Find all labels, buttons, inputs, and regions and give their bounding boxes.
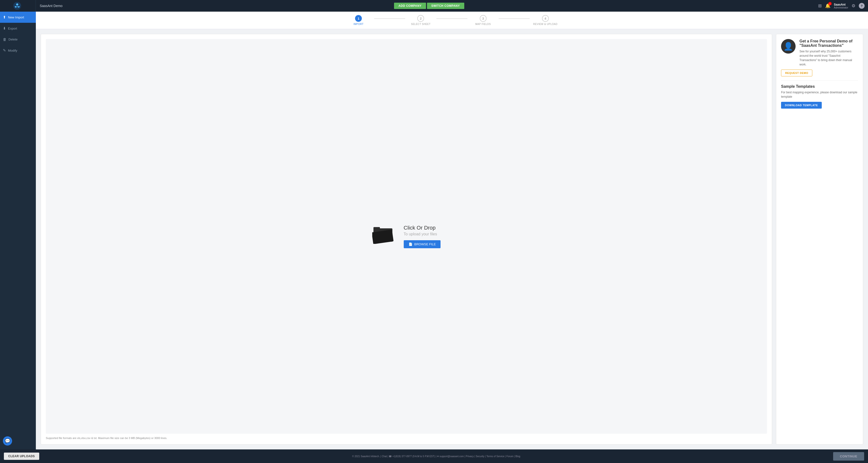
grid-icon[interactable]: ⊞	[818, 3, 822, 8]
svg-rect-5	[373, 227, 380, 230]
svg-point-0	[13, 2, 21, 10]
browse-label: BROWSE FILE	[414, 242, 436, 246]
gear-icon[interactable]: ⚙	[851, 3, 856, 8]
step-circle-2: 2	[417, 15, 424, 22]
sidebar-item-delete[interactable]: 🗑 Delete	[0, 34, 36, 45]
nav-right: ⊞ 🔔 1 SaasAnt Administrator ⚙ ?	[815, 3, 868, 9]
footer-left: CLEAR UPLOADS	[4, 453, 39, 460]
user-role: Administrator	[834, 6, 848, 9]
user-name: SaasAnt	[834, 3, 848, 6]
file-note: Supported file formats are xls,xlsx,csv …	[46, 437, 767, 439]
step-map-fields: 3 MAP FIELDS	[467, 15, 499, 25]
sidebar-item-new-import[interactable]: ⬆ New Import	[0, 12, 36, 23]
security-link[interactable]: Security	[476, 455, 485, 458]
modify-icon: ✎	[3, 48, 6, 53]
terms-link[interactable]: Terms of Service	[486, 455, 504, 458]
layout: ⬆ New Import ⬇ Export 🗑 Delete ✎ Modify …	[0, 12, 868, 450]
privacy-link[interactable]: Privacy	[466, 455, 474, 458]
person-icon: 👤	[783, 42, 793, 51]
demo-title: Get a Free Personal Demo of "SaasAnt Tra…	[800, 39, 858, 48]
sidebar-item-export[interactable]: ⬇ Export	[0, 23, 36, 34]
demo-desc: See for yourself why 25,000+ customers a…	[800, 49, 858, 67]
nav-buttons: ADD COMPANY SWITCH COMPANY	[394, 3, 464, 9]
chat-fab[interactable]: 💬	[3, 436, 12, 445]
request-demo-button[interactable]: REQUEST DEMO	[781, 69, 812, 76]
folder-svg	[372, 225, 394, 244]
step-circle-3: 3	[480, 15, 487, 22]
phone: +1(619) 377-0977 (9 A.M to 5 P.M EST)	[392, 455, 435, 458]
svg-point-3	[18, 6, 20, 7]
sidebar-item-modify[interactable]: ✎ Modify	[0, 45, 36, 56]
upload-icon: ⬆	[3, 15, 6, 20]
step-label-3: MAP FIELDS	[475, 23, 491, 25]
svg-point-1	[16, 3, 18, 6]
logo-area	[0, 0, 36, 12]
step-circle-4: 4	[542, 15, 549, 22]
demo-section: 👤 Get a Free Personal Demo of "SaasAnt T…	[781, 39, 858, 76]
step-import: 1 IMPORT	[343, 15, 374, 25]
step-select-sheet: 2 SELECT SHEET	[405, 15, 436, 25]
sidebar-item-label: Export	[8, 27, 17, 30]
email: support@saasant.com	[440, 455, 464, 458]
step-label-2: SELECT SHEET	[411, 23, 431, 25]
content-area: Click Or Drop To upload your files 📄 BRO…	[36, 29, 868, 450]
sidebar-item-label: New Import	[8, 16, 24, 19]
step-label-4: REVIEW & UPLOAD	[533, 23, 558, 25]
help-icon[interactable]: ?	[859, 3, 865, 9]
folder-icon	[372, 225, 394, 249]
delete-icon: 🗑	[3, 37, 6, 41]
template-desc: For best mapping experience, please down…	[781, 90, 858, 99]
user-info: SaasAnt Administrator	[834, 3, 848, 9]
chat-link[interactable]: Chat	[382, 455, 387, 458]
upload-box: Click Or Drop To upload your files 📄 BRO…	[41, 34, 772, 444]
download-template-button[interactable]: DOWNLOAD TEMPLATE	[781, 102, 822, 109]
divider	[781, 80, 858, 81]
forum-link[interactable]: Forum	[506, 455, 514, 458]
upload-text: Click Or Drop To upload your files 📄 BRO…	[404, 225, 441, 248]
step-label-1: IMPORT	[353, 23, 364, 25]
avatar: 👤	[781, 39, 796, 54]
topnav: SaasAnt Demo ADD COMPANY SWITCH COMPANY …	[0, 0, 868, 12]
app-title: SaasAnt Demo	[36, 4, 394, 8]
demo-info: Get a Free Personal Demo of "SaasAnt Tra…	[800, 39, 858, 67]
footer: CLEAR UPLOADS © 2021 SaasAnt Infotech. |…	[0, 450, 868, 463]
add-company-button[interactable]: ADD COMPANY	[394, 3, 426, 9]
file-icon: 📄	[409, 242, 412, 246]
template-title: Sample Templates	[781, 84, 858, 89]
notification-icon[interactable]: 🔔 1	[825, 3, 831, 8]
logo-icon	[13, 1, 22, 10]
browse-file-button[interactable]: 📄 BROWSE FILE	[404, 240, 441, 248]
notification-badge: 1	[828, 2, 832, 5]
clear-uploads-button[interactable]: CLEAR UPLOADS	[4, 453, 39, 460]
demo-header: 👤 Get a Free Personal Demo of "SaasAnt T…	[781, 39, 858, 67]
upload-title: Click Or Drop	[404, 225, 441, 231]
upload-subtitle: To upload your files	[404, 232, 441, 236]
continue-button[interactable]: CONTINUE	[833, 452, 864, 461]
footer-center: © 2021 SaasAnt Infotech. | Chat | ☎ +1(6…	[39, 455, 833, 458]
step-line-1	[374, 19, 405, 19]
step-line-3	[499, 19, 530, 19]
main-content: 1 IMPORT 2 SELECT SHEET 3 MAP FIELDS 4 R…	[36, 12, 868, 450]
svg-point-2	[15, 6, 16, 7]
stepper: 1 IMPORT 2 SELECT SHEET 3 MAP FIELDS 4 R…	[36, 12, 868, 29]
switch-company-button[interactable]: SWITCH COMPANY	[427, 3, 464, 9]
template-section: Sample Templates For best mapping experi…	[781, 84, 858, 109]
step-review-upload: 4 REVIEW & UPLOAD	[530, 15, 561, 25]
blog-link[interactable]: Blog	[516, 455, 520, 458]
copyright: © 2021 SaasAnt Infotech.	[352, 455, 380, 458]
right-panel: 👤 Get a Free Personal Demo of "SaasAnt T…	[776, 34, 863, 444]
sidebar-item-label: Modify	[8, 49, 17, 52]
sidebar: ⬆ New Import ⬇ Export 🗑 Delete ✎ Modify …	[0, 12, 36, 450]
upload-zone[interactable]: Click Or Drop To upload your files 📄 BRO…	[46, 39, 767, 434]
sidebar-item-label: Delete	[8, 37, 18, 41]
step-line-2	[436, 19, 468, 19]
export-icon: ⬇	[3, 26, 6, 31]
step-circle-1: 1	[355, 15, 362, 22]
